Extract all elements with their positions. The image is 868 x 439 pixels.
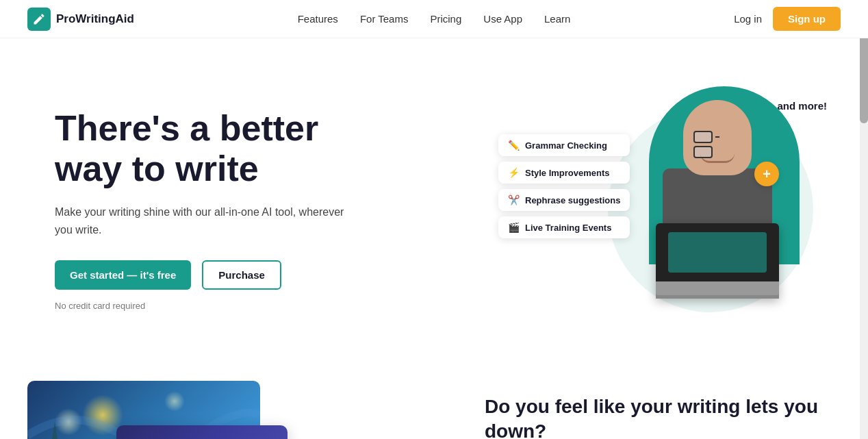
feature-card-grammar: ✏️ Grammar Checking: [498, 134, 630, 156]
style-icon: ⚡: [508, 167, 520, 178]
feature-label-style: Style Improvements: [525, 168, 610, 178]
laptop-screen: [656, 223, 779, 281]
feature-label-rephrase: Rephrase suggestions: [525, 195, 620, 205]
feature-label-grammar: Grammar Checking: [525, 140, 607, 151]
nav-features[interactable]: Features: [298, 13, 338, 25]
person-illustration: [642, 86, 806, 333]
scrollbar[interactable]: [860, 0, 868, 439]
feature-label-training: Live Training Events: [525, 223, 611, 233]
rephrase-icon: ✂️: [508, 195, 520, 205]
nav-learn[interactable]: Learn: [544, 13, 570, 25]
hero-right: ✏️ Grammar Checking ⚡ Style Improvements…: [498, 79, 841, 340]
hero-illustration: ✏️ Grammar Checking ⚡ Style Improvements…: [498, 79, 841, 340]
get-started-button[interactable]: Get started — it's free: [55, 260, 191, 290]
brand-icon: [27, 8, 51, 31]
login-button[interactable]: Log in: [734, 13, 762, 25]
feature-card-style: ⚡ Style Improvements: [498, 162, 630, 184]
feature-cards: ✏️ Grammar Checking ⚡ Style Improvements…: [498, 134, 630, 238]
glasses: [693, 131, 741, 143]
laptop: [656, 223, 779, 299]
logo-svg: [32, 12, 46, 26]
signup-button[interactable]: Sign up: [773, 7, 841, 31]
nav-use-app[interactable]: Use App: [483, 13, 522, 25]
nav-links: Features For Teams Pricing Use App Learn: [298, 13, 571, 25]
feature-card-rephrase: ✂️ Rephrase suggestions: [498, 189, 630, 211]
nav-pricing[interactable]: Pricing: [430, 13, 461, 25]
grammar-icon: ✏️: [508, 140, 520, 151]
section2-left: My idea in my head: [27, 381, 288, 439]
img-stack: My idea in my head: [27, 381, 288, 439]
plus-badge: +: [754, 162, 779, 186]
hero-subtitle: Make your writing shine with our all-in-…: [55, 203, 356, 238]
overlay-card: [116, 425, 288, 439]
training-icon: 🎬: [508, 222, 520, 233]
section2-right: Do you feel like your writing lets you d…: [485, 381, 841, 439]
feature-card-training: 🎬 Live Training Events: [498, 216, 630, 238]
person-head: [683, 100, 752, 175]
hero-buttons: Get started — it's free Purchase: [55, 260, 356, 290]
hero-title: There's a better way to write: [55, 108, 356, 190]
brand-logo[interactable]: ProWritingAid: [27, 8, 134, 31]
purchase-button[interactable]: Purchase: [202, 260, 281, 290]
section2-title: Do you feel like your writing lets you d…: [485, 394, 841, 439]
navbar: ProWritingAid Features For Teams Pricing…: [0, 0, 868, 38]
no-credit-text: No credit card required: [55, 301, 356, 311]
navbar-actions: Log in Sign up: [734, 7, 841, 31]
hero-left: There's a better way to write Make your …: [55, 108, 356, 312]
nav-for-teams[interactable]: For Teams: [360, 13, 409, 25]
section2: My idea in my head Do you feel like your…: [0, 367, 868, 439]
overlay-swirl-svg: [116, 425, 288, 439]
brand-name: ProWritingAid: [56, 12, 134, 26]
hero-section: There's a better way to write Make your …: [0, 38, 868, 367]
